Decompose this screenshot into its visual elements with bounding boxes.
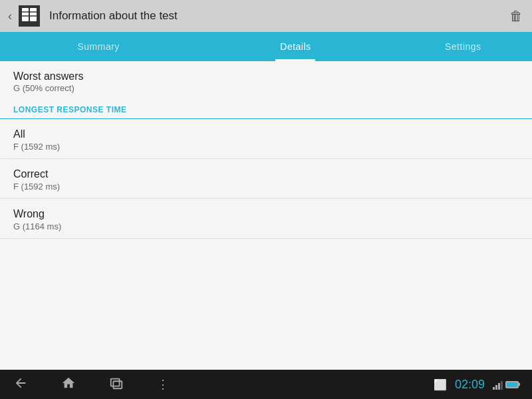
signal-bar-1 [493, 387, 495, 390]
svg-rect-1 [30, 8, 37, 21]
list-item-correct: Correct F (1592 ms) [0, 159, 532, 199]
worst-answers-section: Worst answers G (50% correct) [0, 61, 532, 96]
correct-subtitle: F (1592 ms) [13, 182, 519, 192]
list-item-all: All F (1592 ms) [0, 119, 532, 159]
all-subtitle: F (1592 ms) [13, 142, 519, 152]
status-area: ⬜ 02:09 [434, 378, 519, 392]
battery-fill [507, 382, 517, 387]
back-button[interactable]: ‹ [8, 9, 12, 23]
content-area: Worst answers G (50% correct) LONGEST RE… [0, 61, 532, 370]
svg-rect-6 [111, 378, 120, 386]
signal-bars [493, 379, 503, 390]
page-title: Information about the test [49, 9, 178, 23]
wrong-subtitle: G (1164 ms) [13, 221, 519, 231]
nav-home-icon[interactable] [61, 376, 76, 394]
worst-answers-subtitle: G (50% correct) [13, 83, 519, 93]
svg-rect-0 [22, 8, 29, 21]
tab-details[interactable]: Details [197, 32, 394, 61]
nav-menu-icon[interactable]: ⋮ [157, 377, 170, 392]
screen-icon: ⬜ [434, 378, 447, 391]
delete-button[interactable]: 🗑 [509, 9, 523, 23]
longest-response-time-label: LONGEST RESPONSE TIME [0, 96, 532, 118]
tab-settings[interactable]: Settings [394, 32, 532, 61]
top-bar-left: ‹ Information about the test [8, 5, 178, 27]
battery-icon [505, 381, 519, 388]
app-icon [19, 5, 40, 27]
bottom-nav-bar: ⋮ ⬜ 02:09 [0, 370, 532, 399]
signal-bar-2 [495, 385, 497, 390]
nav-icons-group: ⋮ [13, 376, 170, 394]
all-title: All [13, 128, 519, 140]
list-item-wrong: Wrong G (1164 ms) [0, 199, 532, 239]
nav-back-icon[interactable] [13, 376, 28, 394]
top-bar: ‹ Information about the test 🗑 [0, 0, 532, 32]
longest-response-time-text: LONGEST RESPONSE TIME [13, 105, 519, 114]
signal-bar-4 [501, 381, 503, 390]
wrong-title: Wrong [13, 208, 519, 220]
time-display: 02:09 [455, 378, 485, 392]
worst-answers-title: Worst answers [13, 70, 519, 82]
tab-summary[interactable]: Summary [0, 32, 197, 61]
signal-bar-3 [498, 383, 500, 390]
correct-title: Correct [13, 168, 519, 180]
top-bar-actions: 🗑 [509, 9, 523, 24]
signal-area [493, 379, 519, 390]
nav-recents-icon[interactable] [109, 376, 124, 394]
tab-bar: Summary Details Settings [0, 32, 532, 61]
svg-rect-7 [113, 381, 122, 388]
